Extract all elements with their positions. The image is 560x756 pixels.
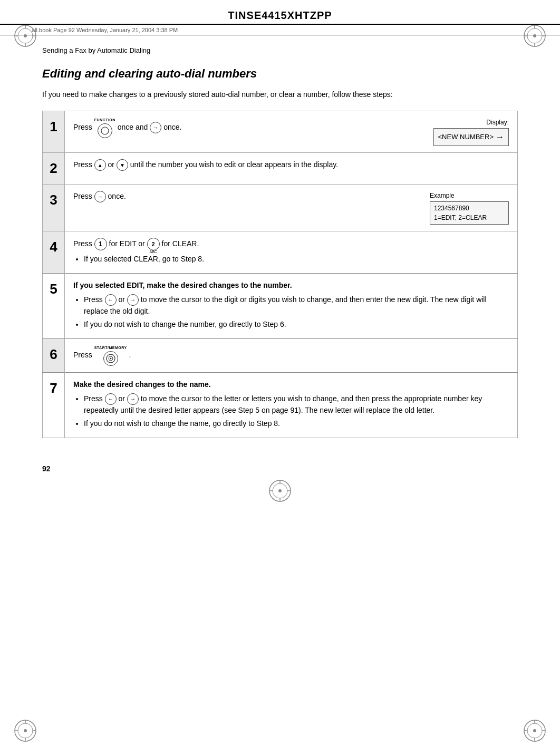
display-arrow-icon: → bbox=[496, 131, 504, 143]
nav-right-button-3: → bbox=[94, 191, 106, 202]
step7-bullet-2: If you do not wish to change the name, g… bbox=[84, 418, 509, 429]
display-label: Display: bbox=[419, 118, 509, 127]
svg-point-34 bbox=[278, 489, 282, 492]
step1-once-and: once and bbox=[118, 123, 150, 131]
step5-bold-text: If you selected EDIT, make the desired c… bbox=[73, 281, 292, 289]
step3-press: Press bbox=[73, 192, 94, 200]
corner-decoration-bl bbox=[13, 718, 38, 743]
svg-point-9 bbox=[533, 34, 536, 37]
key-2-button: 2ABC bbox=[147, 238, 160, 250]
step5-bullets: Press ← or → to move the cursor to the d… bbox=[73, 294, 509, 330]
step-row-4: 4 Press 1 for EDIT or 2ABC for CLEAR. If… bbox=[43, 231, 518, 274]
up-button: ▲ bbox=[94, 159, 106, 171]
down-button: ▼ bbox=[117, 159, 128, 171]
example-line2: 1=EDIT, 2=CLEAR bbox=[434, 213, 505, 222]
bottom-center-decoration bbox=[0, 478, 560, 505]
step-content-2: Press ▲ or ▼ until the number you wish t… bbox=[65, 153, 518, 185]
step-content-7: Make the desired changes to the name. Pr… bbox=[65, 372, 518, 438]
svg-point-23 bbox=[533, 729, 536, 732]
intro-text: If you need to make changes to a previou… bbox=[42, 89, 518, 100]
svg-point-2 bbox=[24, 34, 27, 37]
step7-bullet-1: Press ← or → to move the cursor to the l… bbox=[84, 393, 509, 416]
step-content-5: If you selected EDIT, make the desired c… bbox=[65, 274, 518, 339]
start-memory-button: START/MEMORY bbox=[94, 345, 127, 366]
step4-bullet-1: If you selected CLEAR, go to Step 8. bbox=[84, 254, 509, 265]
function-btn-icon bbox=[98, 123, 112, 138]
step4-for-edit: for EDIT or bbox=[109, 239, 147, 248]
page-title: TINSE4415XHTZPP bbox=[0, 0, 560, 25]
main-heading: Editing and clearing auto-dial numbers bbox=[42, 67, 518, 81]
corner-decoration-tl bbox=[13, 23, 38, 49]
svg-point-31 bbox=[110, 357, 111, 359]
step-num-4: 4 bbox=[43, 231, 65, 274]
step6-period: . bbox=[129, 351, 131, 359]
step7-bullets: Press ← or → to move the cursor to the l… bbox=[73, 393, 509, 429]
step-num-2: 2 bbox=[43, 153, 65, 185]
step-row-6: 6 Press START/MEMORY . bbox=[43, 339, 518, 373]
step-num-3: 3 bbox=[43, 185, 65, 231]
display-text: <NEW NUMBER> bbox=[438, 132, 494, 142]
nav-right-button-1: → bbox=[150, 122, 161, 133]
step-content-6: Press START/MEMORY . bbox=[65, 339, 518, 373]
function-button: FUNCTION bbox=[94, 118, 115, 138]
steps-table: 1 Press FUNCTION once and bbox=[42, 111, 518, 438]
step1-once: once. bbox=[163, 123, 181, 131]
svg-point-16 bbox=[24, 729, 27, 732]
display-box-1: <NEW NUMBER> → bbox=[433, 128, 509, 146]
step1-press-label: Press bbox=[73, 123, 94, 131]
step-content-1: Press FUNCTION once and → once. bbox=[65, 111, 518, 153]
step-content-3: Press → once. Example 1234567890 1=EDIT,… bbox=[65, 185, 518, 231]
nav-right-button-7: → bbox=[127, 393, 139, 405]
nav-right-button-5: → bbox=[127, 294, 139, 306]
step-row-7: 7 Make the desired changes to the name. … bbox=[43, 372, 518, 438]
step-content-4: Press 1 for EDIT or 2ABC for CLEAR. If y… bbox=[65, 231, 518, 274]
function-label: FUNCTION bbox=[94, 118, 115, 123]
step-row-2: 2 Press ▲ or ▼ until the number you wish… bbox=[43, 153, 518, 185]
start-memory-label: START/MEMORY bbox=[94, 345, 127, 351]
key-1-button: 1 bbox=[94, 238, 107, 250]
step4-bullets: If you selected CLEAR, go to Step 8. bbox=[73, 254, 509, 265]
page-number: 92 bbox=[0, 459, 560, 478]
file-info: all.book Page 92 Wednesday, January 21, … bbox=[0, 25, 560, 36]
step5-bullet-1: Press ← or → to move the cursor to the d… bbox=[84, 294, 509, 317]
step4-press: Press bbox=[73, 239, 94, 248]
section-header: Sending a Fax by Automatic Dialing bbox=[42, 46, 518, 54]
step-num-6: 6 bbox=[43, 339, 65, 373]
step-num-7: 7 bbox=[43, 372, 65, 438]
step7-bold-text: Make the desired changes to the name. bbox=[73, 380, 211, 389]
step2-press: Press bbox=[73, 160, 94, 169]
corner-decoration-tr bbox=[522, 23, 547, 49]
step-row-1: 1 Press FUNCTION once and bbox=[43, 111, 518, 153]
example-line1: 1234567890 bbox=[434, 203, 505, 213]
step-num-1: 1 bbox=[43, 111, 65, 153]
start-memory-btn-icon bbox=[103, 351, 118, 366]
step6-press: Press bbox=[73, 351, 94, 359]
step2-or: or bbox=[108, 160, 117, 169]
example-label: Example bbox=[430, 191, 509, 200]
step3-example-area: Example 1234567890 1=EDIT, 2=CLEAR bbox=[419, 191, 509, 225]
step3-once: once. bbox=[108, 192, 126, 200]
svg-point-28 bbox=[101, 127, 109, 134]
step5-bullet-2: If you do not wish to change the number,… bbox=[84, 319, 509, 330]
step-num-5: 5 bbox=[43, 274, 65, 339]
step4-for-clear: for CLEAR. bbox=[162, 239, 199, 248]
nav-left-button-7: ← bbox=[105, 393, 117, 405]
example-box: 1234567890 1=EDIT, 2=CLEAR bbox=[430, 201, 509, 225]
step1-display-area: Display: <NEW NUMBER> → bbox=[419, 118, 509, 146]
step-row-5: 5 If you selected EDIT, make the desired… bbox=[43, 274, 518, 339]
nav-left-button-5: ← bbox=[105, 294, 117, 306]
step-row-3: 3 Press → once. Example 1234567 bbox=[43, 185, 518, 231]
corner-decoration-br bbox=[522, 718, 547, 743]
step2-text: until the number you wish to edit or cle… bbox=[130, 160, 338, 169]
